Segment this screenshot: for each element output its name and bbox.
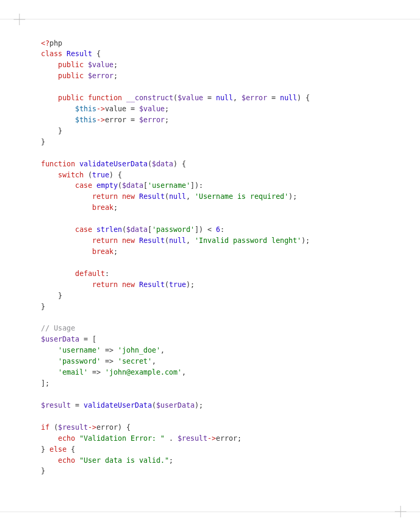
token-kw: echo (58, 456, 76, 464)
token-t (41, 280, 92, 289)
token-va: $error (88, 71, 113, 80)
token-va: $value (88, 60, 113, 69)
token-kw: break (92, 203, 114, 211)
token-t (41, 247, 92, 256)
token-st: 'Username is required' (195, 192, 289, 200)
token-t: ) { (297, 93, 310, 102)
token-kw: case (75, 225, 92, 233)
token-t (75, 160, 79, 168)
code-line: public function __construct($value = nul… (41, 93, 310, 102)
token-va: $value (139, 104, 165, 113)
token-op: -> (97, 115, 105, 124)
token-t: ; (113, 247, 118, 256)
token-t (41, 225, 75, 233)
token-t: , (233, 93, 242, 102)
token-t (41, 269, 75, 278)
token-op: -> (88, 423, 96, 431)
code-line: 'email' => 'john@example.com', (41, 368, 186, 376)
token-t: } (41, 291, 62, 300)
token-t (92, 225, 97, 233)
token-pi: <? (41, 39, 49, 47)
code-line: echo "Validation Error: " . $result->err… (41, 434, 242, 442)
token-fn: validateUserData (79, 160, 148, 168)
token-t: ( (122, 225, 126, 233)
token-t: : (105, 269, 109, 278)
token-kw: class (41, 49, 62, 58)
token-fn: Result (139, 236, 165, 245)
token-t: error) { (97, 423, 131, 431)
token-st: 'john_doe' (118, 346, 160, 354)
token-t: ; (169, 456, 173, 464)
token-op: -> (207, 434, 216, 442)
code-line: public $value; (41, 60, 118, 69)
token-t: } (41, 137, 45, 146)
code-line: break; (41, 203, 118, 211)
token-kw: new (122, 192, 134, 200)
code-line: } (41, 126, 62, 135)
code-line: } (41, 466, 45, 475)
code-line: break; (41, 247, 118, 256)
token-t: ; (113, 60, 118, 69)
token-t (41, 93, 58, 102)
token-kw: if (41, 423, 49, 431)
token-t: { (67, 445, 75, 453)
token-kw: public (58, 71, 84, 80)
token-t: error; (216, 434, 242, 442)
token-t (62, 49, 67, 58)
token-fn: null (169, 236, 186, 245)
token-t (41, 192, 92, 200)
token-t: } (41, 302, 45, 311)
code-line: } (41, 291, 62, 300)
token-va: $data (122, 181, 143, 189)
token-t (41, 171, 58, 179)
token-t (41, 115, 75, 124)
token-kw: public (58, 93, 84, 102)
token-kw: default (75, 269, 105, 278)
token-op: -> (97, 104, 105, 113)
token-t (41, 357, 58, 365)
token-kw: switch (58, 171, 84, 179)
token-t: , (186, 236, 194, 245)
token-va: $userData (156, 401, 194, 409)
token-t: error = (105, 115, 139, 124)
code-line: default: (41, 269, 109, 278)
token-kw: break (92, 247, 114, 256)
token-t: ); (289, 192, 297, 200)
token-fn: validateUserData (83, 401, 152, 409)
token-kw: return (92, 192, 118, 200)
token-va: $error (139, 115, 165, 124)
code-line: $userData = [ (41, 335, 97, 343)
code-line: if ($result->error) { (41, 423, 131, 431)
token-st: 'john@example.com' (105, 368, 182, 376)
token-t (41, 368, 58, 376)
token-t: ; (165, 115, 169, 124)
code-line: class Result { (41, 49, 101, 58)
code-line: } else { (41, 445, 75, 453)
code-line: return new Result(null, 'Username is req… (41, 192, 297, 200)
token-t: ( (165, 236, 169, 245)
token-t: , (186, 192, 194, 200)
code-line: function validateUserData($data) { (41, 160, 186, 168)
token-fn: empty (97, 181, 118, 189)
token-kw: function (88, 93, 122, 102)
code-line: echo "User data is valid."; (41, 456, 173, 464)
code-line: case empty($data['username']): (41, 181, 203, 189)
token-va: $result (41, 401, 71, 409)
code-line: } (41, 302, 45, 311)
token-t (41, 71, 58, 80)
token-st: 'Invalid password lenght' (195, 236, 301, 245)
token-t: ( (83, 171, 92, 179)
token-t (41, 181, 75, 189)
token-fn: strlen (97, 225, 122, 233)
code-line: ]; (41, 379, 49, 387)
token-t: ); (186, 280, 194, 289)
token-va: $userData (41, 335, 79, 343)
token-fn: Result (139, 280, 165, 289)
token-t (41, 203, 92, 211)
token-t: ( (165, 192, 169, 200)
token-fn: null (216, 93, 233, 102)
token-t: ; (113, 71, 118, 80)
code-line: <?php (41, 39, 62, 47)
token-t: value = (105, 104, 139, 113)
code-line: // Usage (41, 324, 75, 332)
